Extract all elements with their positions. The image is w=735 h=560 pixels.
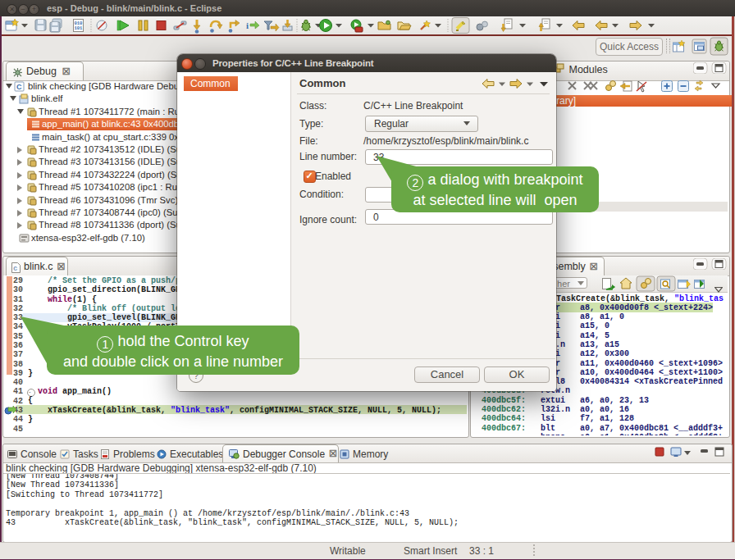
svg-text:101: 101 [75, 25, 84, 31]
svg-text:c: c [13, 265, 17, 273]
svg-text:i: i [246, 20, 249, 30]
svg-text:C: C [16, 83, 22, 91]
